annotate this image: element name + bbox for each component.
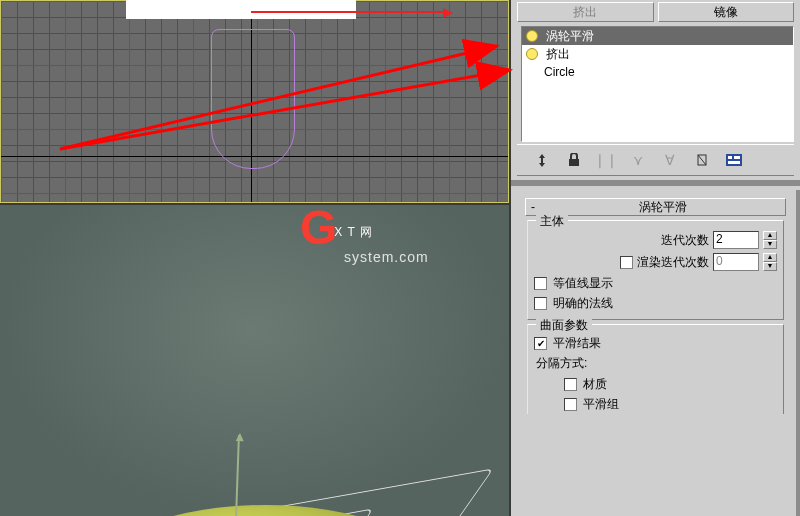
isoline-checkbox[interactable] — [534, 277, 547, 290]
svg-rect-6 — [728, 161, 740, 164]
viewport-bg — [0, 205, 509, 516]
bracket-icon[interactable]: ⋎ — [629, 151, 647, 169]
iterations-spinner[interactable]: ▲▼ — [763, 231, 777, 249]
iterations-input[interactable]: 2 — [713, 231, 759, 249]
command-panel: 挤出 镜像 涡轮平滑 挤出 Circle ❘❘ ⋎ ∀ — [511, 0, 800, 516]
svg-line-2 — [698, 155, 706, 165]
modifier-label: 涡轮平滑 — [546, 28, 594, 45]
explicit-normals-label: 明确的法线 — [553, 295, 613, 312]
extrude-button[interactable]: 挤出 — [517, 2, 654, 22]
group-surface-label: 曲面参数 — [536, 317, 592, 334]
smooth-result-row[interactable]: ✔ 平滑结果 — [534, 333, 777, 353]
iterations-row: 迭代次数 2 ▲▼ — [534, 229, 777, 251]
spline-wireframe — [211, 29, 295, 169]
group-surface-params: 曲面参数 ✔ 平滑结果 分隔方式: 材质 平滑组 — [527, 324, 784, 414]
modifier-stack-toolbar: ❘❘ ⋎ ∀ — [517, 144, 794, 176]
explicit-normals-checkbox-row[interactable]: 明确的法线 — [534, 293, 777, 313]
separate-by-label: 分隔方式: — [534, 353, 777, 374]
render-iters-checkbox[interactable] — [620, 256, 633, 269]
panel-divider[interactable] — [511, 180, 800, 186]
viewport-perspective[interactable] — [0, 205, 509, 516]
smooth-result-label: 平滑结果 — [553, 335, 601, 352]
modifier-row-base-circle[interactable]: Circle — [522, 63, 793, 81]
transform-gizmo-x-arrow[interactable] — [251, 11, 451, 13]
isoline-label: 等值线显示 — [553, 275, 613, 292]
render-iters-spinner[interactable]: ▲▼ — [763, 253, 777, 271]
show-end-icon[interactable]: ❘❘ — [597, 151, 615, 169]
modifier-row-turbosmooth[interactable]: 涡轮平滑 — [522, 27, 793, 45]
viewport-top-orthographic[interactable] — [0, 0, 509, 203]
collapse-icon[interactable]: - — [526, 200, 540, 214]
svg-rect-4 — [728, 156, 732, 159]
lock-icon[interactable] — [565, 151, 583, 169]
svg-rect-5 — [734, 156, 740, 159]
rollup-scroll-area[interactable]: - 涡轮平滑 主体 迭代次数 2 ▲▼ 渲染迭代次数 0 ▲▼ — [515, 190, 800, 516]
modifier-label: 挤出 — [546, 46, 570, 63]
group-main-label: 主体 — [536, 213, 568, 230]
render-iters-label: 渲染迭代次数 — [637, 254, 709, 271]
explicit-normals-checkbox[interactable] — [534, 297, 547, 310]
modifier-row-extrude[interactable]: 挤出 — [522, 45, 793, 63]
svg-rect-3 — [726, 154, 742, 166]
isoline-checkbox-row[interactable]: 等值线显示 — [534, 273, 777, 293]
selected-object-bounds — [126, 0, 356, 19]
render-iters-input[interactable]: 0 — [713, 253, 759, 271]
remove-icon[interactable] — [693, 151, 711, 169]
by-smoothgroup-label: 平滑组 — [583, 396, 619, 413]
svg-rect-0 — [569, 159, 579, 166]
group-main: 主体 迭代次数 2 ▲▼ 渲染迭代次数 0 ▲▼ 等值线显示 — [527, 220, 784, 320]
modifier-stack[interactable]: 涡轮平滑 挤出 Circle — [521, 26, 794, 142]
unique-icon[interactable]: ∀ — [661, 151, 679, 169]
config-icon[interactable] — [725, 151, 743, 169]
object-wireframe-bounds — [40, 495, 480, 516]
by-material-checkbox[interactable] — [564, 378, 577, 391]
lightbulb-icon[interactable] — [526, 48, 538, 60]
iterations-label: 迭代次数 — [661, 232, 709, 249]
modifier-label: Circle — [544, 65, 575, 79]
lightbulb-icon[interactable] — [526, 30, 538, 42]
render-iterations-row: 渲染迭代次数 0 ▲▼ — [534, 251, 777, 273]
by-material-label: 材质 — [583, 376, 607, 393]
rollup-title: 涡轮平滑 — [540, 199, 785, 216]
smooth-result-checkbox[interactable]: ✔ — [534, 337, 547, 350]
pin-icon[interactable] — [533, 151, 551, 169]
rollup-scrollbar[interactable] — [796, 190, 800, 516]
by-smoothgroup-checkbox[interactable] — [564, 398, 577, 411]
mirror-button[interactable]: 镜像 — [658, 2, 795, 22]
by-material-row[interactable]: 材质 — [534, 374, 777, 394]
by-smoothgroup-row[interactable]: 平滑组 — [534, 394, 777, 414]
